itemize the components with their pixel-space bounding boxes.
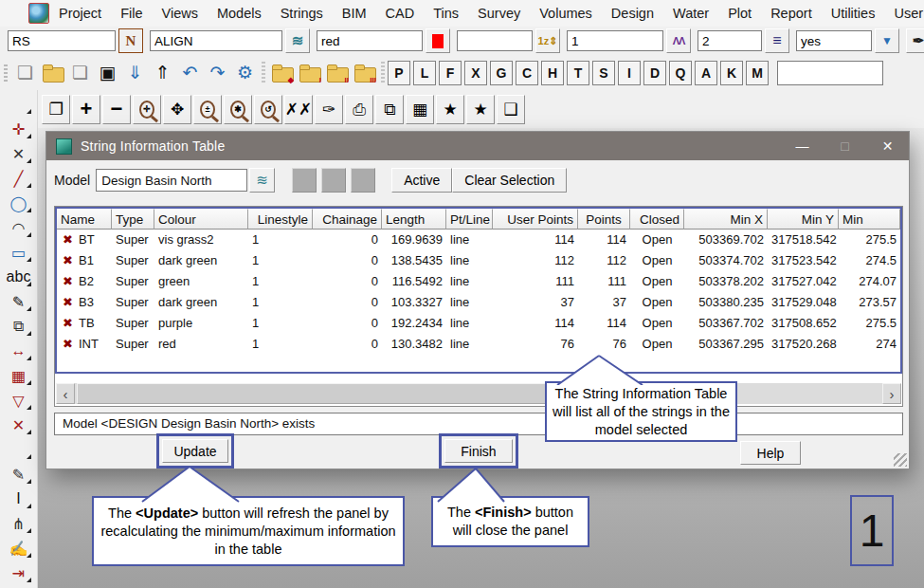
menu-item[interactable]: Tins bbox=[424, 0, 468, 27]
pan-icon[interactable]: ✥ bbox=[163, 95, 191, 124]
menu-item[interactable]: Project bbox=[49, 0, 111, 27]
polygon-icon[interactable]: ▽ bbox=[5, 388, 33, 413]
scroll-right-icon[interactable]: › bbox=[882, 383, 901, 404]
functions-folder-2-icon[interactable]: II bbox=[323, 59, 351, 87]
column-header[interactable]: Closed bbox=[630, 209, 684, 230]
column-header[interactable]: Points bbox=[578, 209, 630, 230]
column-header[interactable]: Type bbox=[112, 209, 154, 230]
menu-item[interactable]: User bbox=[884, 0, 924, 27]
interface-icon[interactable]: I bbox=[5, 487, 33, 511]
toolbar-grip[interactable] bbox=[5, 92, 33, 117]
swatch-button-1[interactable] bbox=[292, 168, 317, 193]
app-icon[interactable] bbox=[28, 3, 49, 24]
functions-folder-1-icon[interactable]: I bbox=[296, 59, 323, 87]
column-header[interactable]: Linestyle bbox=[248, 209, 313, 230]
save-icon[interactable]: ▣ bbox=[94, 59, 121, 87]
menu-item[interactable]: Survey bbox=[468, 0, 530, 27]
menu-item[interactable]: Volumes bbox=[530, 0, 602, 27]
pane-layout-icon[interactable]: ❑ bbox=[497, 95, 525, 124]
help-button[interactable]: Help bbox=[740, 441, 801, 465]
create-text-icon[interactable]: abc bbox=[5, 265, 33, 289]
command-input[interactable] bbox=[777, 61, 883, 85]
letter-button[interactable]: H bbox=[541, 61, 564, 85]
menu-item[interactable]: Utilities bbox=[822, 0, 885, 27]
letter-button[interactable]: X bbox=[464, 61, 487, 85]
plot-printer-icon[interactable]: ⎙ bbox=[345, 95, 373, 124]
letter-button[interactable]: S bbox=[592, 61, 615, 85]
swatch-button-3[interactable] bbox=[351, 168, 375, 193]
letter-button[interactable]: Q bbox=[669, 61, 692, 85]
letter-button[interactable]: A bbox=[695, 61, 717, 85]
letter-button[interactable]: L bbox=[413, 61, 436, 85]
letter-button[interactable]: G bbox=[490, 61, 513, 85]
table-row[interactable]: ✖B1 Superdark green1 0138.5435line 11211… bbox=[57, 250, 900, 271]
table-row[interactable]: ✖INT Superred1 0130.3482line 7676Open 50… bbox=[57, 334, 900, 355]
intersect-icon[interactable]: ✕ bbox=[5, 141, 33, 166]
edit-note-icon[interactable]: ✍ bbox=[5, 536, 33, 560]
menu-item[interactable]: Views bbox=[153, 0, 208, 27]
update-button[interactable]: Update bbox=[162, 439, 228, 463]
menu-item[interactable]: Report bbox=[761, 0, 822, 27]
snap-field[interactable] bbox=[150, 30, 282, 51]
menu-item[interactable]: Strings bbox=[271, 0, 333, 27]
z-value-button[interactable]: 1z⇕ bbox=[535, 28, 560, 53]
import-icon[interactable]: ⇓ bbox=[121, 59, 149, 87]
clear-selection-button[interactable]: Clear Selection bbox=[452, 168, 567, 193]
column-header[interactable]: Min X bbox=[684, 209, 768, 230]
menu-item[interactable]: Models bbox=[208, 0, 271, 27]
snap-field[interactable] bbox=[567, 30, 663, 51]
active-button[interactable]: Active bbox=[391, 168, 452, 193]
letter-button[interactable]: F bbox=[439, 61, 462, 85]
menu-item[interactable]: BIM bbox=[333, 0, 376, 27]
grid-window-icon[interactable]: ▦ bbox=[406, 95, 434, 124]
table-row[interactable]: ✖B3 Superdark green1 0103.3327line 3737O… bbox=[57, 292, 900, 313]
colour-swatch-button[interactable] bbox=[426, 28, 450, 53]
minimize-icon[interactable]: — bbox=[781, 132, 824, 160]
survey-instrument-icon[interactable]: ⋔ bbox=[5, 511, 33, 536]
add-view-icon[interactable]: + bbox=[72, 95, 100, 124]
plan-view-icon[interactable]: ❐ bbox=[42, 95, 70, 124]
menu-item[interactable]: File bbox=[111, 0, 152, 27]
column-header[interactable]: Colour bbox=[154, 209, 248, 230]
snap-toggles-icon[interactable]: ✗✗ bbox=[284, 95, 313, 124]
letter-button[interactable]: P bbox=[388, 61, 410, 85]
menu-item[interactable]: CAD bbox=[376, 0, 425, 27]
zoom-extents-icon[interactable]: ✛ bbox=[133, 95, 161, 124]
freehand-draw-icon[interactable]: ✎ bbox=[5, 462, 33, 487]
road-string-icon[interactable]: ⇥ bbox=[5, 560, 33, 585]
point-box-icon[interactable]: ⧉ bbox=[5, 314, 33, 339]
menu-item[interactable]: Design bbox=[602, 0, 663, 27]
scroll-left-icon[interactable]: ‹ bbox=[56, 383, 75, 404]
favourite-star-icon[interactable]: ★ bbox=[436, 95, 464, 124]
close-icon[interactable]: ✕ bbox=[866, 132, 909, 160]
zoom-previous-icon[interactable]: ↺ bbox=[254, 95, 282, 124]
column-header[interactable]: User Points bbox=[493, 209, 578, 230]
tin-picker-button[interactable]: ΛΛ bbox=[666, 28, 691, 53]
new-file-icon[interactable]: ❏ bbox=[11, 59, 39, 87]
settings-gear-icon[interactable]: ⚙ bbox=[231, 59, 259, 87]
model-layers-button[interactable]: ≋ bbox=[285, 28, 310, 53]
column-header[interactable]: Length bbox=[382, 209, 446, 230]
window-titlebar[interactable]: String Information Table — □ ✕ bbox=[46, 132, 909, 160]
maximize-icon[interactable]: □ bbox=[824, 132, 866, 160]
grid-table-icon[interactable]: ▦ bbox=[5, 363, 33, 388]
letter-button[interactable]: K bbox=[720, 61, 743, 85]
create-rectangle-icon[interactable]: ▭ bbox=[5, 240, 33, 265]
letter-button[interactable]: C bbox=[516, 61, 538, 85]
create-circle-icon[interactable]: ◯ bbox=[5, 191, 33, 215]
column-header[interactable]: Name bbox=[57, 209, 112, 230]
model-combobox[interactable]: Design Basin North bbox=[96, 169, 247, 192]
redo-icon[interactable]: ↷ bbox=[204, 59, 231, 87]
measure-icon[interactable]: ↔ bbox=[5, 339, 33, 363]
letter-button[interactable]: I bbox=[618, 61, 641, 85]
create-symbol-icon[interactable]: ✎ bbox=[5, 289, 33, 314]
linestyle-picker-button[interactable]: ≡ bbox=[765, 28, 789, 53]
toolbar-grip[interactable] bbox=[4, 64, 8, 82]
finish-button[interactable]: Finish bbox=[444, 439, 513, 463]
new-file-icon[interactable]: ❏ bbox=[66, 59, 94, 87]
eyedropper-icon[interactable]: ✒ bbox=[906, 28, 924, 53]
view-star-icon[interactable]: ★ bbox=[466, 95, 495, 124]
column-header[interactable]: Min bbox=[839, 209, 900, 230]
zoom-inout-icon[interactable]: ± bbox=[193, 95, 222, 124]
swatch-button-2[interactable] bbox=[321, 168, 346, 193]
